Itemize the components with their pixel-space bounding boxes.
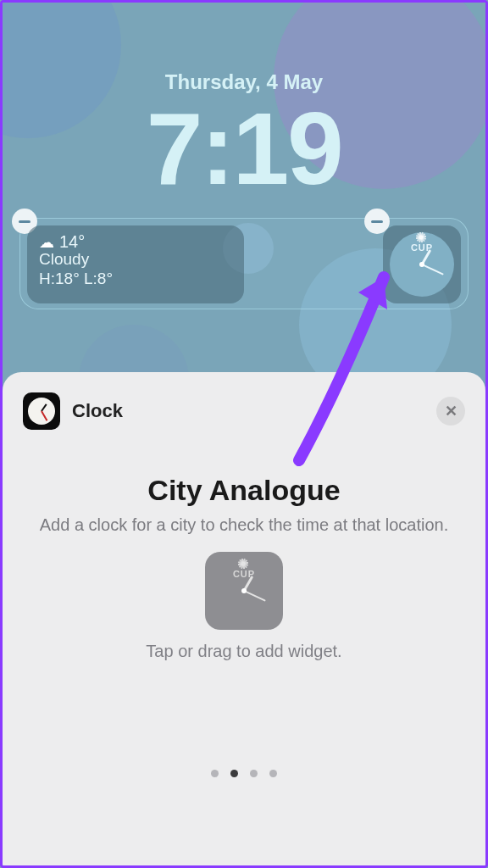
sheet-header: Clock ✕ — [23, 392, 465, 430]
widget-title: City Analogue — [23, 474, 465, 507]
weather-hilo: H:18° L:8° — [39, 270, 232, 288]
minus-icon — [371, 220, 383, 223]
page-dot[interactable] — [269, 770, 277, 777]
lockscreen-date[interactable]: Thursday, 4 May — [165, 70, 323, 94]
widget-row[interactable]: 14° Cloudy H:18° L:8° CUP — [19, 218, 469, 309]
analogue-clock-icon: CUP — [212, 559, 276, 623]
page-indicator[interactable] — [3, 770, 485, 777]
close-button[interactable]: ✕ — [436, 397, 465, 426]
cloud-icon — [39, 232, 54, 252]
clock-widget[interactable]: CUP — [383, 225, 461, 303]
page-dot[interactable] — [230, 770, 238, 777]
widget-hint: Tap or drag to add widget. — [23, 642, 465, 661]
clock-app-icon — [23, 392, 60, 430]
weather-temp: 14° — [59, 232, 85, 252]
page-dot[interactable] — [250, 770, 258, 777]
widget-description: Add a clock for a city to check the time… — [23, 514, 465, 537]
widget-picker-sheet: Clock ✕ City Analogue Add a clock for a … — [3, 372, 485, 865]
sheet-app-name: Clock — [72, 400, 123, 422]
analogue-clock-icon: CUP — [390, 232, 454, 297]
close-icon: ✕ — [445, 402, 458, 420]
weather-condition: Cloudy — [39, 250, 232, 269]
weather-widget[interactable]: 14° Cloudy H:18° L:8° — [27, 225, 244, 303]
page-dot[interactable] — [211, 770, 219, 777]
widget-preview[interactable]: CUP — [205, 552, 283, 630]
lockscreen-time[interactable]: 7:19 — [147, 97, 342, 199]
minus-icon — [19, 220, 30, 223]
